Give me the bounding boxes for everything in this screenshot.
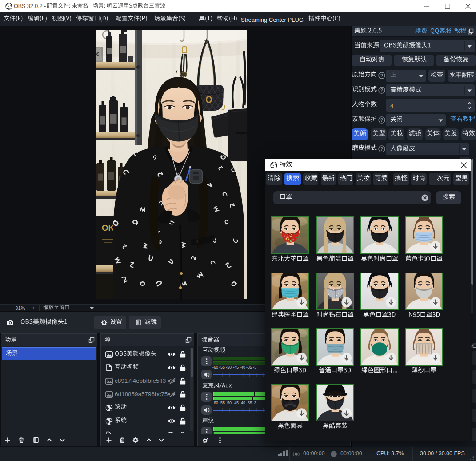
svg-text:?: ?	[380, 73, 383, 78]
svg-text:?: ?	[380, 146, 383, 152]
svg-text:?: ?	[380, 117, 383, 123]
svg-text:?: ?	[380, 88, 383, 93]
svg-text:OK: OK	[102, 223, 115, 233]
